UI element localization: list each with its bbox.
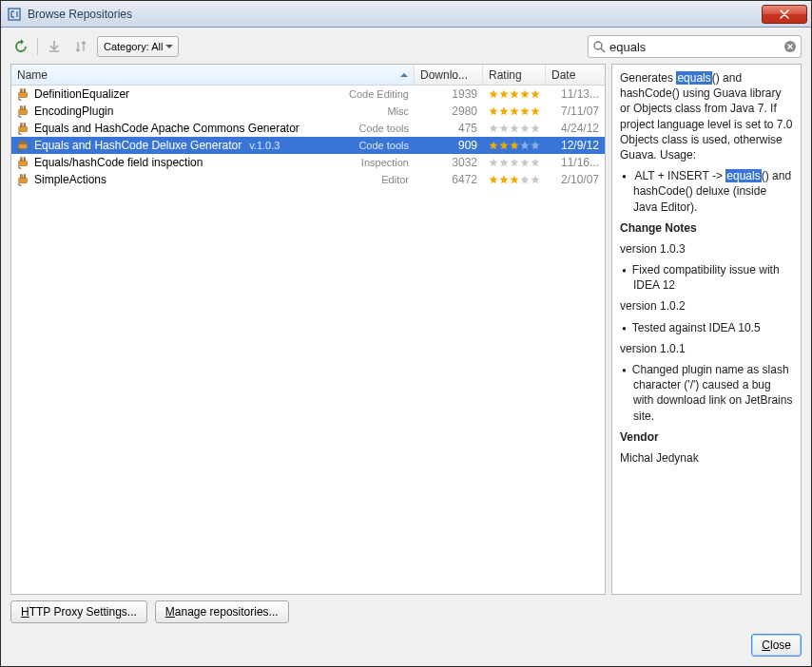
plugin-category: Inspection bbox=[361, 157, 409, 168]
app-icon bbox=[7, 7, 22, 22]
search-field[interactable] bbox=[588, 35, 802, 58]
plugin-name: Equals/hashCode field inspection bbox=[34, 156, 203, 169]
star-icon bbox=[510, 175, 519, 184]
star-icon bbox=[510, 158, 519, 167]
plugin-downloads: 909 bbox=[415, 139, 483, 152]
table-row[interactable]: Equals and HashCode Deluxe Generatorv.1.… bbox=[11, 137, 605, 154]
category-dropdown-label: Category: All bbox=[104, 41, 163, 52]
bottom-button-row: HHTTP Proxy Settings...TTP Proxy Setting… bbox=[10, 600, 802, 623]
star-icon bbox=[531, 141, 540, 150]
vendor-name: Michal Jedynak bbox=[620, 450, 793, 466]
plugin-icon bbox=[17, 156, 30, 169]
plugin-date: 2/10/07 bbox=[546, 173, 605, 186]
plugin-description: Generates equals() and hashCode() using … bbox=[620, 70, 793, 162]
plugin-category: Code tools bbox=[358, 140, 409, 151]
star-icon bbox=[489, 89, 498, 99]
plugin-rating bbox=[483, 89, 546, 99]
version-label: version 1.0.1 bbox=[620, 341, 793, 356]
star-icon bbox=[510, 89, 519, 99]
sort-indicator-icon bbox=[400, 69, 408, 77]
star-icon bbox=[531, 158, 540, 167]
column-header-downloads[interactable]: Downlo... bbox=[415, 65, 483, 85]
window-close-button[interactable] bbox=[762, 5, 807, 24]
svg-rect-3 bbox=[9, 9, 20, 20]
plugin-icon bbox=[17, 105, 30, 118]
highlight: equals bbox=[676, 71, 711, 85]
changelog-item: Tested against IDEA 10.5 bbox=[633, 320, 793, 335]
plugin-date: 4/24/12 bbox=[546, 122, 605, 135]
star-icon bbox=[499, 89, 509, 99]
table-row[interactable]: EncodingPluginMisc29807/11/07 bbox=[11, 103, 605, 120]
star-icon bbox=[499, 158, 509, 167]
star-icon bbox=[531, 175, 540, 184]
manage-repositories-button[interactable]: Manage repositories...Manage repositorie… bbox=[155, 600, 289, 623]
http-proxy-settings-button[interactable]: HHTTP Proxy Settings...TTP Proxy Setting… bbox=[10, 600, 147, 623]
star-icon bbox=[520, 175, 530, 184]
plugin-icon bbox=[17, 122, 30, 135]
changelog-item: Changed plugin name as slash character (… bbox=[633, 362, 793, 424]
toolbar: Category: All bbox=[10, 35, 802, 58]
plugin-downloads: 2980 bbox=[415, 105, 483, 118]
plugin-downloads: 6472 bbox=[415, 173, 483, 186]
category-dropdown[interactable]: Category: All bbox=[97, 36, 179, 57]
plugin-rating bbox=[483, 158, 546, 167]
plugin-date: 7/11/07 bbox=[546, 105, 605, 118]
plugin-detail-panel: Generates equals() and hashCode() using … bbox=[611, 64, 802, 595]
refresh-button[interactable] bbox=[10, 36, 31, 57]
separator bbox=[37, 38, 38, 55]
plugin-name: DefinitionEqualizer bbox=[34, 87, 129, 101]
change-notes-heading: Change Notes bbox=[620, 221, 697, 235]
plugin-version: v.1.0.3 bbox=[249, 140, 280, 151]
vendor-heading: Vendor bbox=[620, 430, 659, 444]
window-title: Browse Repositories bbox=[28, 8, 762, 21]
refresh-icon bbox=[13, 39, 29, 54]
sort-icon bbox=[73, 39, 88, 54]
star-icon bbox=[499, 175, 509, 184]
star-icon bbox=[520, 158, 530, 167]
star-icon bbox=[531, 106, 540, 116]
version-label: version 1.0.2 bbox=[620, 298, 793, 314]
table-row[interactable]: Equals/hashCode field inspectionInspecti… bbox=[11, 154, 605, 171]
star-icon bbox=[531, 124, 540, 133]
close-button[interactable]: CloseClose bbox=[751, 634, 802, 657]
plugin-downloads: 1939 bbox=[415, 87, 483, 101]
star-icon bbox=[520, 141, 530, 150]
star-icon bbox=[531, 89, 540, 99]
star-icon bbox=[489, 141, 498, 150]
plugin-rating bbox=[483, 141, 546, 150]
plugin-icon bbox=[17, 87, 30, 101]
plugin-category: Code Editing bbox=[349, 88, 409, 100]
column-header-date[interactable]: Date bbox=[546, 65, 605, 85]
changelog-item: Fixed compatibility issue with IDEA 12 bbox=[633, 262, 793, 293]
table-row[interactable]: SimpleActionsEditor64722/10/07 bbox=[11, 171, 605, 188]
dialog-window: Browse Repositories Category: All bbox=[0, 0, 812, 667]
clear-search-icon[interactable] bbox=[783, 40, 797, 53]
plugin-category: Misc bbox=[387, 105, 409, 117]
main-area: Name Downlo... Rating Date DefinitionEqu… bbox=[10, 64, 802, 595]
plugin-date: 12/9/12 bbox=[546, 139, 605, 152]
search-input[interactable] bbox=[606, 40, 783, 54]
titlebar: Browse Repositories bbox=[1, 1, 811, 28]
highlight: equals bbox=[725, 169, 761, 182]
dialog-content: Category: All Name Downlo... Rating Date bbox=[1, 28, 811, 666]
table-row[interactable]: DefinitionEqualizerCode Editing193911/13… bbox=[11, 86, 605, 103]
table-header: Name Downlo... Rating Date bbox=[11, 65, 605, 86]
plugin-date: 11/13... bbox=[546, 87, 605, 101]
plugin-icon bbox=[17, 139, 30, 152]
plugin-category: Code tools bbox=[358, 123, 409, 134]
version-label: version 1.0.3 bbox=[620, 241, 793, 257]
table-body: DefinitionEqualizerCode Editing193911/13… bbox=[11, 86, 605, 594]
star-icon bbox=[520, 106, 530, 116]
plugin-rating bbox=[483, 175, 546, 184]
plugin-table: Name Downlo... Rating Date DefinitionEqu… bbox=[10, 64, 606, 595]
close-icon bbox=[779, 10, 790, 19]
plugin-date: 11/16... bbox=[546, 156, 605, 169]
download-button bbox=[44, 36, 65, 57]
star-icon bbox=[520, 124, 530, 133]
column-header-rating[interactable]: Rating bbox=[483, 65, 546, 85]
column-header-name[interactable]: Name bbox=[11, 65, 415, 85]
plugin-rating bbox=[483, 124, 546, 133]
plugin-name: SimpleActions bbox=[34, 173, 106, 186]
star-icon bbox=[499, 141, 509, 150]
table-row[interactable]: Equals and HashCode Apache Commons Gener… bbox=[11, 120, 605, 137]
